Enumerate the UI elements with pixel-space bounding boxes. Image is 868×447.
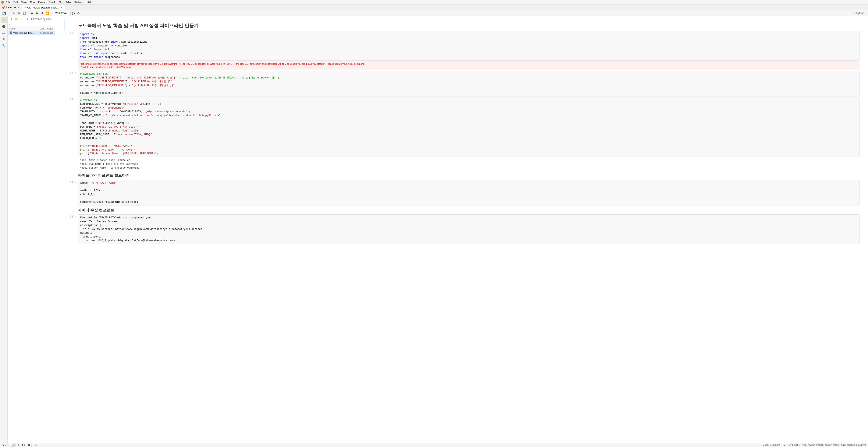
svg-text:J: J: [2, 1, 3, 4]
file-item[interactable]: 📓 yelp_review_pytorch_deplo... seconds a…: [8, 31, 55, 35]
notebook-scroll[interactable]: 노트북에서 모델 학습 및 서빙 API 생성 파이프라인 만들기 [1]: i…: [55, 16, 868, 443]
cell-4-content: %%bash -s "{TRAIN_PATH}" mkdir -p ${1} e…: [78, 180, 860, 206]
menu-tabs[interactable]: Tabs: [64, 0, 72, 4]
heading-dataset-number: [65, 206, 78, 214]
menubar: J File Edit View Run Kernel Spark Git Ta…: [0, 0, 868, 5]
heading-pipeline-number: [65, 171, 78, 179]
cell-3-number: [3]:: [65, 97, 78, 157]
cell-2-content: # KBM Kubeflow SDK os.environ["KUBEFLOW_…: [78, 70, 860, 96]
save-button[interactable]: 💾: [2, 11, 6, 16]
menu-git[interactable]: Git: [57, 0, 64, 4]
upload-btn[interactable]: ↑: [20, 17, 24, 21]
python-badge: Python 3: [854, 12, 866, 14]
menu-help[interactable]: Help: [85, 0, 94, 4]
cell-3-code[interactable]: # Variables KBM_NAMESPACE = os.environ['…: [78, 97, 860, 157]
refresh-btn[interactable]: ↺: [25, 17, 29, 21]
running-icon-btn[interactable]: ⬤: [1, 23, 7, 29]
status-indicator: ⬤ 0: [28, 444, 32, 446]
tab-notebook-icon: ●: [24, 6, 26, 9]
heading-cell: 노트북에서 모델 학습 및 서빙 API 생성 파이프라인 만들기: [64, 20, 860, 31]
python-label: Python 3: [856, 12, 866, 14]
menu-view[interactable]: View: [20, 0, 28, 4]
code-cell-3[interactable]: [3]: # Variables KBM_NAMESPACE = os.envi…: [64, 97, 860, 157]
menu-kernel[interactable]: Kernel: [36, 0, 47, 4]
cell-1-number: [1]:: [65, 31, 78, 61]
output-3-content: Model Name : torch-model-0adfc6ae Model …: [78, 157, 860, 171]
simple-toggle[interactable]: Simple: [2, 444, 16, 447]
settings-button[interactable]: ⚙: [76, 11, 81, 16]
pipeline-heading: 파이프라인 컴포넌트 빌드하기: [78, 171, 860, 179]
column-name[interactable]: Name: [9, 27, 34, 30]
menu-file[interactable]: File: [4, 0, 12, 4]
tab-notebook-label: yelp_review_pytorch_deplo...: [27, 6, 59, 9]
cell-type-label: Markdown: [55, 12, 66, 14]
new-folder-btn[interactable]: 📁: [14, 17, 19, 21]
toggle-switch[interactable]: [10, 444, 16, 447]
files-icon-btn[interactable]: 📁: [1, 17, 7, 23]
output-3-number: [65, 157, 78, 171]
file-modified: seconds ago: [34, 32, 53, 34]
status-cells: 0: [18, 444, 20, 446]
copy-cell-button[interactable]: ⎘: [17, 11, 22, 16]
cell-type-chevron: ▾: [67, 12, 69, 14]
cell-4-code[interactable]: %%bash -s "{TRAIN_PATH}" mkdir -p ${1} e…: [78, 180, 860, 206]
ln-col-label: Ln 1, Col 1: [788, 444, 800, 446]
tab-launcher-icon: 🚀: [2, 6, 5, 9]
breadcrumb: /: [8, 22, 55, 27]
cell-2-code[interactable]: # KBM Kubeflow SDK os.environ["KUBEFLOW_…: [78, 70, 860, 96]
cell-5-content: %%writefile {TRAIN_PATH}/dataset_compone…: [78, 214, 860, 244]
tab-notebook-close[interactable]: ✕: [61, 6, 63, 9]
heading-dataset-content: 데이터 수집 컴포넌트: [78, 206, 860, 214]
cell-4-number: [4]:: [65, 180, 78, 206]
cell-type-select[interactable]: Markdown ▾: [53, 11, 70, 15]
simple-label: Simple: [2, 444, 9, 446]
search-icon: 🔍: [49, 18, 52, 21]
error-output-cell: /opt/conda/lib/python3.6/site-packages/r…: [64, 61, 860, 70]
cut-cell-button[interactable]: ✂: [12, 11, 17, 16]
ext-icon-btn[interactable]: 🔧: [1, 42, 7, 48]
tab-launcher[interactable]: 🚀 Launcher ✕: [0, 5, 22, 10]
icon-rail: 📁 ⬤ ⎇ ≡ 🔧: [0, 16, 8, 443]
menu-spark[interactable]: Spark: [47, 0, 57, 4]
cell-3-content: # Variables KBM_NAMESPACE = os.environ['…: [78, 97, 860, 157]
toolbar-sep2: [51, 11, 51, 15]
notebook-file-icon: 📓: [9, 31, 12, 34]
restart-button[interactable]: ↺: [40, 11, 44, 16]
code-toggle-button[interactable]: { }: [71, 11, 76, 16]
heading-dataset: 데이터 수집 컴포넌트: [64, 206, 860, 214]
toc-icon-btn[interactable]: ≡: [1, 36, 7, 42]
column-modified[interactable]: Last Modified: [34, 27, 53, 30]
stop-button[interactable]: ■: [35, 11, 39, 16]
toggle-knob: [10, 444, 12, 446]
kernel-status-circle: [854, 12, 856, 14]
tab-launcher-close[interactable]: ✕: [18, 6, 20, 9]
toolbar-sep1: [28, 11, 28, 15]
code-cell-4[interactable]: [4]: %%bash -s "{TRAIN_PATH}" mkdir -p $…: [64, 180, 860, 206]
run-button[interactable]: ▶: [29, 11, 34, 16]
statusbar-right: Mode: Command 🔒 Ln 1, Col 1 yelp_review_…: [763, 444, 866, 446]
cell-5-number: [5]:: [65, 214, 78, 244]
search-input[interactable]: [31, 18, 49, 21]
menu-settings[interactable]: Settings: [73, 0, 85, 4]
paste-cell-button[interactable]: 📋: [22, 11, 27, 16]
restart-run-button[interactable]: ⏩: [45, 11, 50, 16]
new-launcher-btn[interactable]: ＋: [9, 17, 13, 21]
cell-1-code[interactable]: import os import uuid from kakaocloud_kb…: [78, 31, 860, 61]
error-output: /opt/conda/lib/python3.6/site-packages/r…: [78, 61, 860, 70]
code-cell-5[interactable]: [5]: %%writefile {TRAIN_PATH}/dataset_co…: [64, 214, 860, 244]
file-search-box[interactable]: 🔍: [30, 17, 53, 21]
menu-run[interactable]: Run: [28, 0, 36, 4]
menu-edit[interactable]: Edit: [12, 0, 20, 4]
python3-icon: 🐍: [35, 444, 38, 446]
tab-notebook[interactable]: ● yelp_review_pytorch_deplo... ✕: [22, 5, 65, 10]
statusbar: Simple 0 ▮ 1 ⬤ 0 🐍 Mode: Command 🔒 Ln 1,…: [0, 443, 868, 447]
code-cell-2[interactable]: [2]: # KBM Kubeflow SDK os.environ["KUBE…: [64, 70, 860, 96]
cell-5-code[interactable]: %%writefile {TRAIN_PATH}/dataset_compone…: [78, 214, 860, 244]
error-number: [65, 61, 78, 70]
file-list: 📓 yelp_review_pytorch_deplo... seconds a…: [8, 31, 55, 443]
heading-pipeline: 파이프라인 컴포넌트 빌드하기: [64, 171, 860, 179]
code-cell-1[interactable]: [1]: import os import uuid from kakaoclo…: [64, 31, 860, 61]
file-panel-header: ＋ 📁 ↑ ↺ 🔍: [8, 16, 55, 22]
git-icon-btn[interactable]: ⎇: [1, 30, 7, 36]
add-cell-button[interactable]: ＋: [7, 11, 11, 16]
